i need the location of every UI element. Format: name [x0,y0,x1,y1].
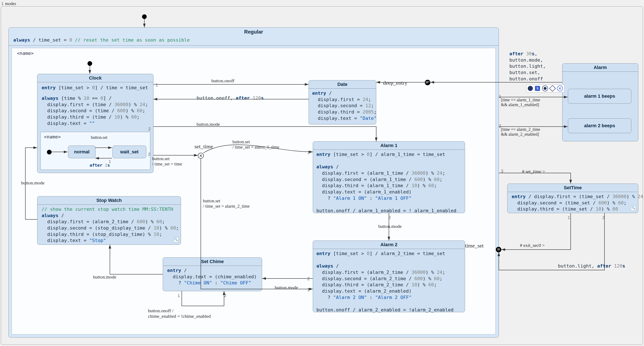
alarm1-beeps-label: alarm 1 beeps [568,89,631,103]
edge-settime-back: button.light, after 120s [558,263,625,269]
clock-initial-icon [88,61,92,66]
state-clock[interactable]: Clock entry [time_set > 0] / time = time… [37,74,154,173]
port-2: 2 [148,127,151,132]
modes-label: modes [5,1,16,6]
state-alarm2[interactable]: Alarm 2 entry [time_set > 0] / alarm_2_t… [313,240,465,312]
edge-stopwatch-clock: button.mode [21,180,44,186]
edge-waitset-normal: after 2s [90,163,110,168]
port-2d: 2 [388,215,391,220]
stopwatch-body: // show the current stop watch time MM:S… [42,206,179,244]
clock-always: always [time % 10 == 0] / display.first … [42,95,148,126]
state-alarm1-beeps[interactable]: alarm 1 beeps [568,89,631,104]
port-1: 1 [156,83,158,88]
port-2g: 2 [602,215,605,220]
port-1c: 1 [307,150,310,155]
state-setchime[interactable]: Set Chime entry / display.text = (chime_… [163,257,262,291]
palette-toolbar[interactable]: S [526,84,564,92]
edge-alarm2-guard: [time == alarm_2_time && alarm_2_enabled… [501,127,540,137]
zoom-icon[interactable] [174,237,178,242]
port-2c: 2 [307,276,310,281]
regular-always: always / time_set = 0 // reset the set t… [13,37,190,43]
alarm2-beeps-label: alarm 2 beeps [568,119,631,133]
port-1d: 1 [307,287,310,292]
edge-setchime-stopwatch: button.mode [93,274,116,280]
history-time-set-icon[interactable]: H [496,247,501,252]
state-stopwatch-title: Stop Watch [96,198,122,203]
port-2b: 2 [148,152,150,157]
edge-normal-waitset: button.set [91,135,107,140]
state-alarm2-title: Alarm 2 [380,242,398,247]
port-1e: 1 [178,293,180,298]
clock-entry: entry [time_set > 0] / time = time_set [42,85,148,91]
state-setchime-title: Set Chime [201,259,224,264]
setchime-body: entry / display.text = (chime_enabled) ?… [167,267,257,286]
port-2e: 2 [224,293,226,298]
state-wait-set[interactable]: wait_set [112,146,146,158]
port-2f: 2 [499,124,501,129]
region-name-placeholder: <name> [17,50,34,56]
port-1g: 1 [568,215,570,220]
edge-alarm2-setchime: button.mode [275,285,298,290]
state-date[interactable]: Date entry / display.first = 24; display… [308,80,376,125]
edge-junc-alarm1: button.set / time_set = alarm_1_time [232,139,279,150]
edge-exit-sec0: # exit_sec0 > [520,243,545,248]
state-regular-title: Regular [244,29,263,35]
state-alarm1[interactable]: Alarm 1 entry [time_set > 0] / alarm_1_t… [313,141,465,213]
zoom-icon[interactable] [631,206,636,211]
date-body: entry / display.first = 24; display.seco… [312,90,377,121]
time-set-label: time_set [465,243,484,249]
state-alarm[interactable]: Alarm alarm 1 beeps alarm 2 beeps [562,63,638,141]
state-settime-title: SetTime [564,185,582,190]
state-clock-title: Clock [89,75,102,81]
edge-alarm-events: after 30s, button.mode, button.light, bu… [509,51,546,82]
alarm1-body: entry [time_set > 0] / alarm_1_time = ti… [316,151,456,214]
edge-set-time-ref: # set_time > [522,169,545,174]
state-alarm1-title: Alarm 1 [380,143,398,148]
tool-choice-icon[interactable] [549,85,556,92]
region-number: 1 [1,1,4,6]
state-alarm2-beeps[interactable]: alarm 2 beeps [568,118,631,133]
edge-chime-self: button.onoff / chime_enabled = !chime_en… [148,308,211,319]
clock-subregion-name: <name> [44,134,61,140]
deep-history-icon[interactable]: H* [425,80,430,85]
state-stopwatch[interactable]: Stop Watch // show the current stop watc… [37,196,181,245]
edge-alarm1-alarm2: button.mode [378,224,402,229]
port-1f: 1 [499,94,501,99]
state-wait-set-label: wait_set [113,146,146,158]
settime-body: entry / display.first = (time_set / 3600… [512,193,644,212]
edge-junc-alarm2: button.set / time_set = alarm_2_time [203,198,250,209]
state-date-title: Date [337,82,348,87]
edge-clock-date: button.onoff [211,78,234,84]
edge-date-clock: button.onoff, after 120s [196,95,264,101]
port-3: 3 [501,169,503,174]
port-1b: 1 [109,159,111,164]
tool-state-icon[interactable]: S [535,86,540,91]
junction-set-time[interactable] [198,153,204,159]
edge-clock-junc: button.set / time_set = time [152,156,182,167]
deep-entry-label: deep_entry [383,80,408,86]
state-settime[interactable]: SetTime entry / display.first = (time_se… [507,183,638,213]
tool-final-icon[interactable] [542,85,548,91]
state-normal-label: normal [68,146,95,158]
tool-initial-icon[interactable] [528,86,533,91]
initial-state-icon [142,14,147,19]
edge-alarm1-guard: [time == alarm_1_time && alarm_1_enabled… [501,97,540,107]
edge-clock-alarm1: button.mode [196,122,220,127]
state-normal[interactable]: normal [68,146,96,158]
tool-terminate-icon[interactable] [557,85,563,91]
set-time-junction-label: set_time [194,144,213,150]
clock-sub-initial-icon [47,150,52,155]
alarm2-body: entry [time_set > 0] / alarm_2_time = ti… [316,250,454,313]
state-alarm-title: Alarm [594,65,607,70]
